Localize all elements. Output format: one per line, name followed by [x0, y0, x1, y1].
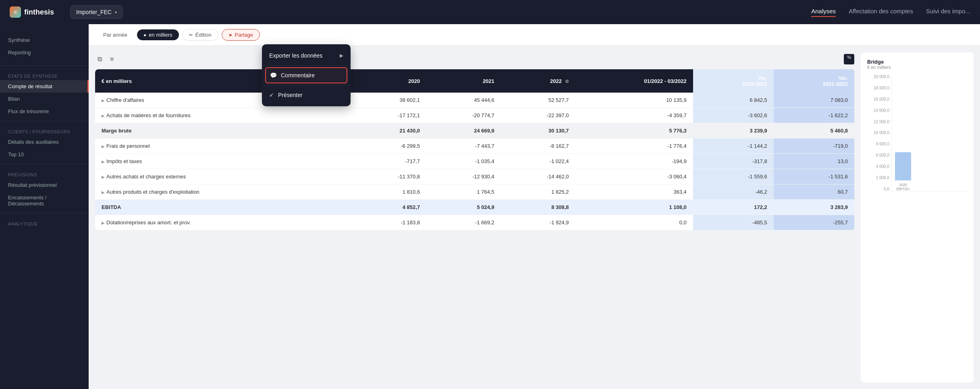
cell-2021: 5 024,9	[426, 200, 501, 215]
tab-en-milliers[interactable]: ● en milliers	[137, 29, 179, 40]
cell-var1: 6 842,5	[693, 93, 774, 108]
sidebar-item-bilan[interactable]: Bilan	[0, 93, 89, 105]
col-header-var-2020-2021: Var.2020-2021	[693, 69, 774, 93]
sidebar-item-details[interactable]: Détails des auxiliaires	[0, 136, 89, 148]
toolbar: Par année ● en milliers ✏ Édition ➤ Part…	[89, 24, 980, 46]
cell-var1: 172,2	[693, 200, 774, 215]
sidebar-item-label: Flux de trésorerie	[8, 108, 49, 114]
sidebar-item-compte-resultat[interactable]: Compte de résultat	[0, 80, 89, 93]
data-table: € en milliers 2020 2021 2022 ⚙ 01/2022 -…	[95, 69, 854, 230]
col-header-2022: 2022 ⚙	[501, 69, 575, 93]
row-label: ▶Autres achats et charges externes	[95, 169, 352, 184]
expand-icon[interactable]: ▶	[102, 114, 105, 118]
row-label: EBITDA	[95, 200, 352, 215]
cell-2020: 21 430,0	[352, 123, 426, 139]
cell-period: 0,0	[575, 215, 693, 230]
sidebar-item-previsionnel[interactable]: Résultat prévisionnel	[0, 179, 89, 191]
sidebar-item-encaissements[interactable]: Encaissements / Décaissements	[0, 191, 89, 210]
sidebar-item-label: Bilan	[8, 96, 20, 102]
sidebar-item-label: Synthèse	[8, 37, 30, 43]
sidebar: Synthèse Reporting États de synthèse Com…	[0, 24, 89, 389]
table-icons: ⧉ ≡ %	[95, 52, 854, 66]
cell-2020: 38 602,1	[352, 93, 426, 108]
cell-var2: 3 283,9	[774, 200, 854, 215]
nav-analyses[interactable]: Analyses	[811, 8, 836, 17]
copy-icon-btn[interactable]: ⧉	[95, 54, 104, 64]
y-label: 0,0	[867, 187, 889, 191]
cell-var1: -1 144,2	[693, 139, 774, 154]
format-icon-btn[interactable]: ≡	[108, 54, 116, 64]
cell-2021: -1 035,4	[426, 154, 501, 169]
nav-affectation[interactable]: Affectation des comptes	[849, 8, 913, 17]
sidebar-item-label: Encaissements / Décaissements	[8, 194, 81, 207]
cell-2020: 1 810,6	[352, 184, 426, 200]
cell-var2: -719,0	[774, 139, 854, 154]
sidebar-section-label-previsions: Prévisions	[0, 168, 89, 179]
sidebar-item-label: Reporting	[8, 50, 31, 56]
main-area: Synthèse Reporting États de synthèse Com…	[0, 24, 980, 389]
cell-2022: 30 130,7	[501, 123, 575, 139]
share-icon: ➤	[228, 32, 233, 38]
percent-badge: %	[844, 54, 854, 64]
y-label: 20 000,0	[867, 74, 889, 79]
cell-2021: -1 669,2	[426, 215, 501, 230]
dropdown-item-export[interactable]: Exporter les données ▶	[262, 48, 351, 64]
dropdown-item-presenter[interactable]: ✓ Présenter	[262, 87, 351, 103]
sidebar-divider	[0, 65, 89, 66]
y-label: 10 000,0	[867, 130, 889, 135]
dropdown-item-label: Commentaire	[281, 72, 315, 79]
cell-var1: -3 602,6	[693, 108, 774, 123]
expand-icon[interactable]: ▶	[102, 159, 105, 164]
chart-bar-label: 2020EBITDA	[897, 183, 910, 191]
cell-var1: -317,8	[693, 154, 774, 169]
chart-bars-area: 2020EBITDA	[891, 74, 967, 191]
row-label: ▶Achats de matières et de fournitures	[95, 108, 352, 123]
dropdown-item-commentaire[interactable]: 💬 Commentaire	[265, 67, 347, 83]
y-label: 6 000,0	[867, 153, 889, 157]
table-area: ⧉ ≡ % € en milliers 2020	[89, 46, 980, 389]
y-label: 18 000,0	[867, 86, 889, 90]
comment-icon: 💬	[270, 72, 277, 79]
chart-bar-ebitda2020	[895, 152, 911, 180]
cell-period: 1 108,0	[575, 200, 693, 215]
sidebar-item-flux[interactable]: Flux de trésorerie	[0, 105, 89, 118]
nav-links: Analyses Affectation des comptes Suivi d…	[811, 8, 970, 17]
bridge-panel: Bridge € en milliers 20 000,0 18 000,0 1…	[861, 52, 974, 383]
col-header-2020: 2020	[352, 69, 426, 93]
logo: ≡ finthesis	[10, 6, 54, 18]
dropdown-item-label: Présenter	[278, 92, 303, 98]
sidebar-item-synthese[interactable]: Synthèse	[0, 34, 89, 46]
sidebar-item-label: Compte de résultat	[8, 83, 52, 89]
cell-2022: -14 462,0	[501, 169, 575, 184]
cell-2020: -6 299,5	[352, 139, 426, 154]
bridge-subtitle: € en milliers	[867, 65, 967, 70]
cell-2022: -8 162,7	[501, 139, 575, 154]
tab-par-annee[interactable]: Par année	[97, 29, 134, 40]
nav-suivi[interactable]: Suivi des impo...	[926, 8, 970, 17]
sidebar-section-label-analytique: Analytique	[0, 217, 89, 228]
sidebar-section-top: Synthèse Reporting	[0, 31, 89, 62]
importer-dropdown[interactable]: Importer_FEC ▾	[70, 5, 123, 19]
dropdown-menu: Exporter les données ▶ 💬 Commentaire ✓ P…	[262, 44, 351, 106]
circle-icon: ●	[143, 32, 146, 38]
sidebar-item-top10[interactable]: Top 10	[0, 148, 89, 161]
logo-text: finthesis	[24, 8, 54, 17]
expand-icon[interactable]: ▶	[102, 190, 105, 194]
cell-var2: -1 531,6	[774, 169, 854, 184]
y-label: 16 000,0	[867, 97, 889, 101]
expand-icon[interactable]: ▶	[102, 221, 105, 225]
tab-partage[interactable]: ➤ Partage	[222, 29, 260, 41]
cell-var2: 7 083,0	[774, 93, 854, 108]
expand-icon[interactable]: ▶	[102, 144, 105, 149]
expand-icon[interactable]: ▶	[102, 98, 105, 103]
col-header-2021: 2021	[426, 69, 501, 93]
cell-2022: 52 527,7	[501, 93, 575, 108]
gear-icon[interactable]: ⚙	[565, 79, 569, 84]
row-label: ▶Frais de personnel	[95, 139, 352, 154]
bridge-chart: 20 000,0 18 000,0 16 000,0 14 000,0 12 0…	[867, 74, 967, 203]
tab-edition[interactable]: ✏ Édition	[182, 29, 218, 41]
expand-icon[interactable]: ▶	[102, 175, 105, 179]
table-row: ▶Autres produits et charges d'exploitati…	[95, 184, 854, 200]
sidebar-item-reporting[interactable]: Reporting	[0, 46, 89, 59]
row-label: ▶Autres produits et charges d'exploitati…	[95, 184, 352, 200]
